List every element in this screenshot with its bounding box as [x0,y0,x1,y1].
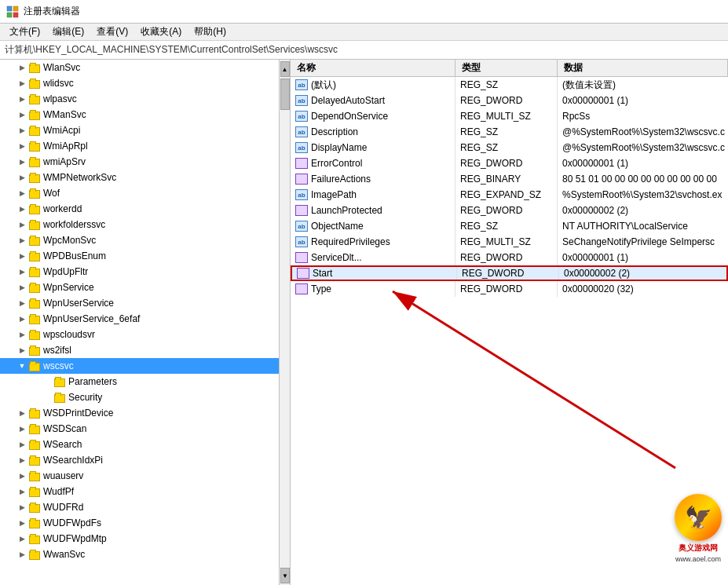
col-header-name[interactable]: 名称 [291,60,455,76]
reg-cell-type: REG_EXPAND_SZ [455,187,558,203]
reg-row-delayedautostart[interactable]: ab DelayedAutoStart REG_DWORD 0x00000001… [291,93,728,108]
expand-arrow: ▶ [16,218,28,231]
tree-item-wsdscan[interactable]: ▶ WSDScan [0,421,279,437]
reg-row-start[interactable]: Start REG_DWORD 0x00000002 (2) [291,265,728,281]
reg-cell-type: REG_DWORD [455,281,558,297]
expand-arrow: ▶ [16,265,28,278]
tree-item-wpcmonsvc[interactable]: ▶ WpcMonSvc [0,232,279,248]
tree-item-wsearch[interactable]: ▶ WSearch [0,437,279,452]
reg-row-errorcontrol[interactable]: ErrorControl REG_DWORD 0x00000001 (1) [291,155,728,171]
tree-item-wudfwpdmtp[interactable]: ▶ WUDFWpdMtp [0,531,279,547]
reg-cell-name: ab Description [291,124,455,140]
reg-cell-name: Type [291,281,455,297]
reg-row-type[interactable]: Type REG_DWORD 0x00000020 (32) [291,281,728,297]
reg-row-servicedlt[interactable]: ServiceDlt... REG_DWORD 0x00000001 (1) [291,250,728,265]
tree-item-label: WpnUserService [43,298,114,309]
reg-cell-type: REG_MULTI_SZ [455,234,558,250]
folder-icon [28,360,41,371]
reg-cell-data: 0x00000002 (2) [559,267,726,280]
tree-item-wwansvc[interactable]: ▶ WwanSvc [0,547,279,562]
col-header-data[interactable]: 数据 [558,60,728,76]
tree-item-label: WUDFRd [43,502,83,513]
folder-icon [28,282,41,293]
tree-item-wpdbbusenum[interactable]: ▶ WPDBusEnum [0,248,279,264]
registry-rows: ab (默认) REG_SZ (数值未设置) ab DelayedAutoSta… [291,77,728,585]
reg-cell-data: @%SystemRoot%\System32\wscsvc.c [558,140,728,155]
tree-item-parameters[interactable]: Parameters [0,374,279,389]
tree-item-wmiaprl[interactable]: ▶ WmiApRpl [0,138,279,154]
tree-item-wscsvc[interactable]: ▼ wscsvc [0,358,279,374]
tree-item-wof[interactable]: ▶ Wof [0,185,279,201]
expand-arrow: ▶ [16,407,28,419]
tree-item-label: ws2ifsl [43,345,71,356]
reg-icon-ab: ab [295,142,308,153]
tree-item-wudfwpdfs[interactable]: ▶ WUDFWpdFs [0,515,279,531]
tree-item-wsdprintdevice[interactable]: ▶ WSDPrintDevice [0,405,279,421]
expand-arrow: ▶ [16,203,28,215]
expand-arrow: ▶ [16,485,28,498]
svg-rect-2 [7,13,12,17]
reg-row-launchprotected[interactable]: LaunchProtected REG_DWORD 0x00000002 (2) [291,203,728,218]
tree-item-wudfpf[interactable]: ▶ WudfPf [0,484,279,499]
menu-view[interactable]: 查看(V) [90,24,134,40]
tree-item-wmanagersvc[interactable]: ▶ WManSvc [0,107,279,122]
tree-item-security[interactable]: Security [0,389,279,405]
reg-row-description[interactable]: ab Description REG_SZ @%SystemRoot%\Syst… [291,124,728,140]
tree-item-wlidsvc[interactable]: ▶ wlidsvc [0,75,279,91]
tree-item-wmpnetworksvc[interactable]: ▶ WMPNetworkSvc [0,170,279,185]
reg-cell-name: LaunchProtected [291,203,455,218]
expand-arrow: ▶ [16,250,28,262]
tree-item-wuauserv[interactable]: ▶ wuauserv [0,468,279,484]
tree-item-wpnuserservice6efaf[interactable]: ▶ WpnUserService_6efaf [0,311,279,327]
reg-row-imagepath[interactable]: ab ImagePath REG_EXPAND_SZ %SystemRoot%\… [291,187,728,203]
tree-item-workfolderssvc[interactable]: ▶ workfolderssvc [0,217,279,232]
app-icon [6,5,19,18]
reg-cell-data: 0x00000001 (1) [558,93,728,108]
tree-item-wsearchidxpi[interactable]: ▶ WSearchIdxPi [0,452,279,468]
reg-row-default[interactable]: ab (默认) REG_SZ (数值未设置) [291,77,728,93]
expand-arrow: ▶ [16,438,28,451]
reg-row-dependonservice[interactable]: ab DependOnService REG_MULTI_SZ RpcSs [291,108,728,124]
menu-edit[interactable]: 编辑(E) [46,24,90,40]
tree-item-label: wpscloudsvr [43,329,95,340]
reg-row-failureactions[interactable]: FailureActions REG_BINARY 80 51 01 00 00… [291,171,728,187]
registry-panel: 名称 类型 数据 ab (默认) REG_SZ [291,60,728,585]
menu-help[interactable]: 帮助(H) [188,24,232,40]
menu-file[interactable]: 文件(F) [3,24,46,40]
tree-item-wudfrd[interactable]: ▶ WUDFRd [0,499,279,515]
tree-item-wmiacpi[interactable]: ▶ WmiAcpi [0,122,279,138]
reg-icon-grid [295,205,308,216]
tree-item-label: WPDBusEnum [43,250,106,261]
tree-item-wpdupfltr[interactable]: ▶ WpdUpFltr [0,264,279,280]
tree-item-label: WUDFWpdFs [43,517,101,528]
expand-arrow: ▶ [16,140,28,152]
tree-item-label: WSearchIdxPi [43,455,103,466]
reg-icon-ab: ab [295,221,308,232]
tree-item-wlpasvc[interactable]: ▶ wlpasvc [0,91,279,107]
tree-item-wpnservice[interactable]: ▶ WpnService [0,280,279,295]
tree-item-wpscloudsvr[interactable]: ▶ wpscloudsvr [0,327,279,342]
reg-cell-data: 0x00000020 (32) [558,281,728,297]
expand-arrow: ▶ [16,171,28,184]
col-header-type[interactable]: 类型 [455,60,558,76]
reg-row-requiredprivileges[interactable]: ab RequiredPrivileges REG_MULTI_SZ SeCha… [291,234,728,250]
tree-item-label: WudfPf [43,486,74,497]
reg-row-displayname[interactable]: ab DisplayName REG_SZ @%SystemRoot%\Syst… [291,140,728,155]
tree-item-workerdd[interactable]: ▶ workerdd [0,201,279,217]
expand-arrow: ▶ [16,548,28,561]
reg-cell-name: ab DelayedAutoStart [291,93,455,108]
expand-arrow: ▶ [16,344,28,356]
tree-item-wpnuserservice[interactable]: ▶ WpnUserService [0,295,279,311]
folder-icon [28,62,41,73]
reg-row-objectname[interactable]: ab ObjectName REG_SZ NT AUTHORITY\LocalS… [291,218,728,234]
reg-cell-data: RpcSs [558,108,728,124]
expand-arrow [41,391,53,404]
tree-item-ws2ifsl[interactable]: ▶ ws2ifsl [0,342,279,358]
folder-icon [28,125,41,136]
tree-item-wmiapsrv[interactable]: ▶ wmiApSrv [0,154,279,170]
reg-icon-ab: ab [295,126,308,137]
menu-favorites[interactable]: 收藏夹(A) [134,24,188,40]
tree-item-wlansvc[interactable]: ▶ WlanSvc [0,60,279,75]
tree-item-label: WSearch [43,439,82,450]
folder-icon [28,502,41,513]
